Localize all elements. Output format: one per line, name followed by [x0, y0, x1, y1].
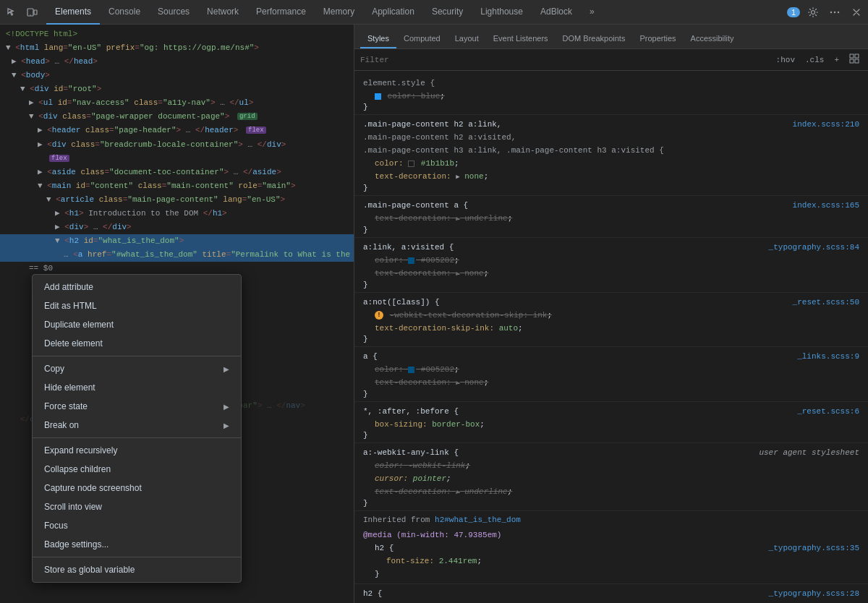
- menu-scroll-into-view[interactable]: Scroll into view: [33, 497, 241, 516]
- menu-break-on[interactable]: Break on ▶: [33, 416, 241, 435]
- h1-line[interactable]: ▶ <h1> Introduction to the DOM </h1>: [0, 207, 354, 221]
- menu-delete[interactable]: Delete element: [33, 334, 241, 353]
- tab-computed[interactable]: Computed: [396, 30, 448, 48]
- menu-copy[interactable]: Copy ▶: [33, 359, 241, 378]
- element-style-color-prop: color: blue;: [363, 90, 859, 103]
- device-icon[interactable]: [23, 4, 41, 21]
- close-icon[interactable]: [848, 4, 865, 21]
- mpc-a-selector: .main-page-content a { index.scss:165: [363, 199, 859, 212]
- menu-copy-label: Copy: [44, 364, 64, 374]
- color-swatch-005282: [408, 257, 414, 264]
- tab-accessibility[interactable]: Accessibility: [684, 30, 741, 48]
- a-link-close: }: [363, 281, 859, 289]
- tab-performance[interactable]: Performance: [247, 0, 315, 25]
- div-page-wrapper[interactable]: ▼ <div class="page-wrapper document-page…: [0, 110, 354, 124]
- notification-badge: 1: [787, 7, 800, 17]
- mpc-a-text-deco-prop: text-decoration: ▶ underline;: [363, 212, 859, 226]
- svg-rect-9: [850, 59, 854, 63]
- svg-rect-10: [855, 59, 859, 63]
- color-swatch-blue: [375, 93, 381, 100]
- menu-force-state[interactable]: Force state ▶: [33, 397, 241, 416]
- menu-add-attribute[interactable]: Add attribute: [33, 278, 241, 296]
- menu-hide[interactable]: Hide element: [33, 378, 241, 397]
- mpc-h2-color-prop: color: #1b1b1b;: [363, 157, 859, 170]
- a-text-deco-prop: text-decoration: ▶ none;: [363, 376, 859, 390]
- star-file[interactable]: _reset.scss:6: [797, 405, 859, 418]
- webkit-text-deco-prop: text-decoration: ▶ underline;: [363, 485, 859, 499]
- svg-point-4: [830, 11, 832, 12]
- menu-edit-html[interactable]: Edit as HTML: [33, 296, 241, 315]
- a-link-file[interactable]: _typography.scss:84: [769, 241, 859, 254]
- tab-elements[interactable]: Elements: [46, 0, 100, 25]
- menu-expand-recursively[interactable]: Expand recursively: [33, 441, 241, 460]
- a-not-class-file[interactable]: _reset.scss:50: [793, 296, 859, 309]
- html-open[interactable]: ▼ <html lang="en-US" prefix="og: https:/…: [0, 41, 354, 55]
- tab-sources[interactable]: Sources: [149, 0, 198, 25]
- more-icon[interactable]: [826, 4, 843, 21]
- h2-what-is-dom[interactable]: ▼ <h2 id="what_is_the_dom">: [0, 234, 354, 248]
- layout-button[interactable]: [846, 53, 862, 67]
- h2-rule: h2 { _typography.scss:28 font-size: 1.60…: [354, 584, 868, 603]
- tab-layout[interactable]: Layout: [448, 30, 486, 48]
- tab-network[interactable]: Network: [198, 0, 247, 25]
- header-line[interactable]: ▶ <header class="page-header"> … </heade…: [0, 124, 354, 137]
- tab-styles[interactable]: Styles: [360, 30, 396, 48]
- h2-font-size-media: font-size: 2.441rem;: [363, 555, 859, 568]
- div-div[interactable]: ▶ <div> … </div>: [0, 221, 354, 234]
- body-open[interactable]: ▼ <body>: [0, 69, 354, 82]
- head-line[interactable]: ▶ <head> … </head>: [0, 55, 354, 69]
- filter-bar: :hov .cls +: [354, 49, 868, 71]
- menu-break-on-label: Break on: [44, 420, 79, 430]
- h2-media-file[interactable]: _typography.scss:35: [769, 542, 859, 555]
- star-close: }: [363, 431, 859, 440]
- tab-more[interactable]: »: [581, 0, 603, 25]
- h2-file[interactable]: _typography.scss:28: [769, 587, 859, 600]
- mpc-a-file[interactable]: index.scss:165: [793, 199, 859, 212]
- tab-application[interactable]: Application: [363, 0, 423, 25]
- warn-icon: !: [375, 311, 383, 320]
- menu-duplicate[interactable]: Duplicate element: [33, 315, 241, 334]
- a-link-text-deco-prop: text-decoration: ▶ none;: [363, 267, 859, 281]
- cls-button[interactable]: .cls: [802, 55, 827, 65]
- media-rule: @media (min-width: 47.9385em) h2 { _typo…: [354, 526, 868, 584]
- menu-badge-settings[interactable]: Badge settings...: [33, 535, 241, 554]
- styles-panel: Styles Computed Layout Event Listeners D…: [354, 25, 868, 603]
- aside-toc[interactable]: ▶ <aside class="document-toc-container">…: [0, 166, 354, 179]
- tab-properties[interactable]: Properties: [632, 30, 683, 48]
- a-file[interactable]: _links.scss:9: [797, 350, 859, 363]
- h2-media-selector: h2 { _typography.scss:35: [363, 542, 859, 555]
- menu-focus[interactable]: Focus: [33, 516, 241, 535]
- plus-button[interactable]: +: [831, 55, 842, 65]
- mpc-h2-link-file[interactable]: index.scss:210: [793, 118, 859, 131]
- box-sizing-prop: box-sizing: border-box;: [363, 418, 859, 431]
- mpc-h2-link-close: }: [363, 184, 859, 192]
- svg-point-5: [834, 11, 835, 12]
- article-line[interactable]: ▼ <article class="main-page-content" lan…: [0, 193, 354, 207]
- tab-event-listeners[interactable]: Event Listeners: [486, 30, 556, 48]
- tab-security[interactable]: Security: [423, 0, 472, 25]
- menu-capture-screenshot[interactable]: Capture node screenshot: [33, 479, 241, 497]
- inherited-element-link[interactable]: h2#what_is_the_dom: [435, 516, 521, 524]
- user-agent-label: user agent stylesheet: [759, 446, 859, 459]
- main-content[interactable]: ▼ <main id="content" class="main-content…: [0, 179, 354, 193]
- webkit-color-prop: color: -webkit-link;: [363, 459, 859, 472]
- svg-rect-1: [34, 10, 37, 14]
- div-breadcrumb[interactable]: ▶ <div class="breadcrumb-locale-containe…: [0, 138, 354, 152]
- ul-nav[interactable]: ▶ <ul id="nav-access" class="a11y-nav"> …: [0, 96, 354, 110]
- tab-memory[interactable]: Memory: [315, 0, 363, 25]
- tab-lighthouse[interactable]: Lighthouse: [472, 0, 532, 25]
- tab-dom-breakpoints[interactable]: DOM Breakpoints: [556, 30, 633, 48]
- div-root[interactable]: ▼ <div id="root">: [0, 82, 354, 96]
- tab-adblock[interactable]: AdBlock: [532, 0, 581, 25]
- menu-store-global[interactable]: Store as global variable: [33, 560, 241, 579]
- filter-input[interactable]: [360, 56, 773, 64]
- a-permalink[interactable]: … <a href="#what_is_the_dom" title="Perm…: [0, 248, 354, 262]
- hov-button[interactable]: :hov: [773, 55, 798, 65]
- settings-icon[interactable]: [804, 4, 822, 21]
- tab-console[interactable]: Console: [100, 0, 149, 25]
- menu-collapse-children[interactable]: Collapse children: [33, 460, 241, 479]
- menu-force-state-label: Force state: [44, 401, 88, 411]
- toolbar-icons: [3, 4, 41, 21]
- inspect-icon[interactable]: [3, 4, 20, 21]
- elements-panel: <!DOCTYPE html> ▼ <html lang="en-US" pre…: [0, 25, 354, 603]
